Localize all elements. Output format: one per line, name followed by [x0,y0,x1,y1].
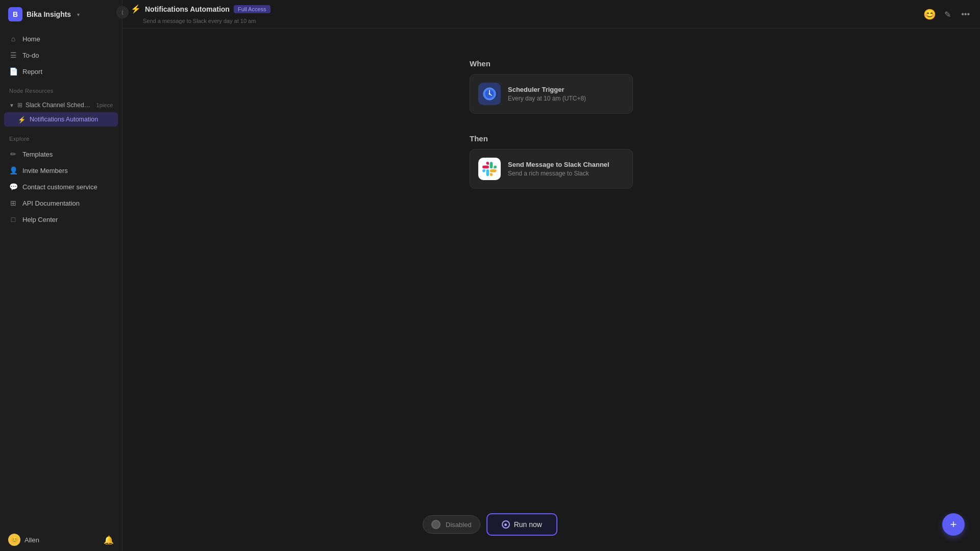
sidebar-item-report[interactable]: 📄 Report [4,63,118,80]
todo-icon: ☰ [9,51,17,59]
user-name: Allen [24,536,39,544]
invite-icon: 👤 [9,166,17,174]
svg-point-4 [489,93,491,95]
invite-members-label: Invite Members [22,167,68,174]
chat-icon: 💬 [9,183,17,191]
sidebar-item-notifications-automation[interactable]: ⚡ Notifications Automation [4,112,118,127]
scheduler-subtitle: Every day at 10 am (UTC+8) [508,95,586,102]
node-group-slack: ▼ ⊞ Slack Channel Scheduled ... 1piece ⚡… [4,98,118,127]
topbar: ⚡ Notifications Automation Full Access S… [122,0,980,29]
node-group-header-slack[interactable]: ▼ ⊞ Slack Channel Scheduled ... 1piece [4,98,118,112]
chevron-down-icon: ▼ [9,103,14,108]
sidebar-item-invite-members[interactable]: 👤 Invite Members [4,162,118,179]
toggle-circle [431,520,440,529]
sidebar-item-templates[interactable]: ✏ Templates [4,146,118,162]
sidebar-item-todo-label: To-do [22,52,39,59]
more-options-button[interactable]: ••• [959,8,972,21]
brand-icon: B [8,7,22,21]
access-badge: Full Access [234,5,271,13]
contact-customer-service-label: Contact customer service [22,183,97,191]
disabled-toggle[interactable]: Disabled [423,515,480,534]
user-info[interactable]: 😊 Allen [8,534,39,546]
disabled-label: Disabled [446,521,472,529]
when-label: When [470,59,633,68]
help-center-label: Help Center [22,216,58,223]
templates-icon: ✏ [9,150,17,158]
run-now-label: Run now [514,520,542,529]
explore-label: Explore [0,130,122,144]
api-documentation-label: API Documentation [22,199,80,207]
bottom-bar: Disabled Run now [423,513,557,536]
when-section: When Scheduler Trigger Every day at 10 a… [470,59,633,114]
main-content: ⚡ Notifications Automation Full Access S… [122,0,980,551]
then-label: Then [470,134,633,143]
topbar-subtitle: Send a message to Slack every day at 10 … [143,18,256,24]
templates-label: Templates [22,151,53,158]
sidebar-item-home[interactable]: ⌂ Home [4,31,118,47]
report-icon: 📄 [9,67,17,76]
scheduler-trigger-card[interactable]: Scheduler Trigger Every day at 10 am (UT… [470,74,633,114]
notifications-automation-label: Notifications Automation [30,116,98,123]
slack-card-text: Send Message to Slack Channel Send a ric… [508,161,609,177]
explore-section: ✏ Templates 👤 Invite Members 💬 Contact c… [0,144,122,230]
slack-action-title: Send Message to Slack Channel [508,161,609,168]
sidebar-item-api-documentation[interactable]: ⊞ API Documentation [4,195,118,211]
automation-icon: ⚡ [18,116,26,123]
avatar: 😊 [8,534,20,546]
grid-icon: ⊞ [17,102,22,109]
brand-name: Bika Insights [27,10,71,18]
scheduler-icon [478,83,501,105]
automation-topbar-icon: ⚡ [131,4,141,14]
api-icon: ⊞ [9,199,17,207]
node-group-name: Slack Channel Scheduled ... [26,102,93,109]
node-group-badge: 1piece [96,102,113,108]
plus-icon: + [950,518,957,531]
node-resources-section: ▼ ⊞ Slack Channel Scheduled ... 1piece ⚡… [0,96,122,130]
sidebar-footer: 😊 Allen 🔔 [0,529,122,551]
then-section: Then Send Message to Slack Cha [470,134,633,189]
fab-button[interactable]: + [942,513,965,536]
node-resources-label: Node Resources [0,82,122,96]
slack-action-card[interactable]: Send Message to Slack Channel Send a ric… [470,149,633,189]
sidebar-item-contact-customer-service[interactable]: 💬 Contact customer service [4,179,118,195]
brand-header[interactable]: B Bika Insights ▾ [0,0,122,29]
sidebar-item-report-label: Report [22,68,42,76]
main-nav: ⌂ Home ☰ To-do 📄 Report [0,29,122,82]
sidebar: B Bika Insights ▾ ⌂ Home ☰ To-do 📄 Repor… [0,0,122,551]
user-avatar-topbar[interactable]: 😊 [923,8,936,20]
home-icon: ⌂ [9,35,17,43]
sidebar-collapse-button[interactable]: ⟨ [116,6,129,18]
slack-icon [478,158,501,180]
canvas: When Scheduler Trigger Every day at 10 a… [122,29,980,551]
sidebar-item-help-center[interactable]: □ Help Center [4,211,118,228]
edit-button[interactable]: ✎ [942,7,953,21]
sidebar-item-home-label: Home [22,35,40,43]
sidebar-item-todo[interactable]: ☰ To-do [4,47,118,63]
help-icon: □ [9,215,17,223]
run-now-button[interactable]: Run now [486,513,557,536]
notification-icon[interactable]: 🔔 [104,535,114,545]
scheduler-card-text: Scheduler Trigger Every day at 10 am (UT… [508,86,586,102]
scheduler-title: Scheduler Trigger [508,86,586,93]
page-title: Notifications Automation [145,5,230,13]
run-icon [502,520,510,529]
chevron-down-icon: ▾ [77,12,80,17]
slack-action-subtitle: Send a rich message to Slack [508,170,609,177]
